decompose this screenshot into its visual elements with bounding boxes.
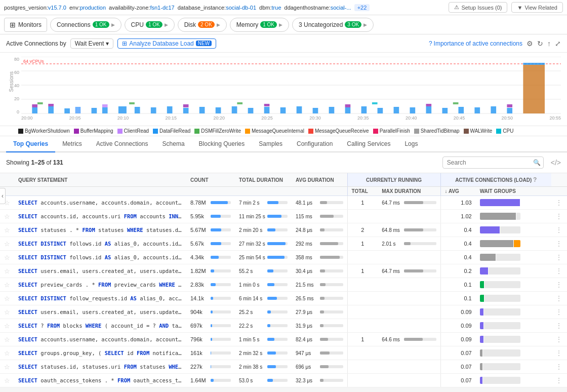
tab-schema[interactable]: Schema: [155, 136, 192, 152]
query-text-cell[interactable]: SELECT ? FROM blocks WHERE ( account_id …: [14, 319, 186, 333]
table-row[interactable]: ☆SELECT preview_cards . * FROM preview_c…: [0, 278, 567, 292]
importance-link[interactable]: ? Importance of active connections: [429, 40, 522, 47]
row-menu-cell[interactable]: ⋮: [551, 196, 567, 210]
row-menu-cell[interactable]: ⋮: [551, 319, 567, 333]
table-row[interactable]: ☆SELECT DISTINCT follow_requests.id AS a…: [0, 292, 567, 305]
row-menu-cell[interactable]: ⋮: [551, 305, 567, 319]
table-row[interactable]: ☆SELECT users.email, users.created_at, u…: [0, 264, 567, 278]
analyze-database-load-button[interactable]: ⊞ Analyze Database Load NEW: [117, 38, 216, 49]
cr-max-duration-cell: [378, 210, 440, 223]
nav-tab-disk[interactable]: Disk 2 OK ▶: [178, 18, 227, 32]
tab-logs[interactable]: Logs: [397, 136, 425, 152]
queries-table-scroll[interactable]: QUERY STATEMENT COUNT TOTAL DURATION AVG…: [0, 173, 567, 387]
star-cell[interactable]: ☆: [0, 319, 14, 333]
col-avg-duration[interactable]: AVG DURATION: [292, 173, 347, 187]
svg-rect-40: [102, 104, 108, 107]
table-row[interactable]: ☆SELECT DISTINCT follows.id AS alias_0, …: [0, 237, 567, 251]
col-total-duration[interactable]: TOTAL DURATION: [235, 173, 292, 187]
search-input[interactable]: [442, 156, 544, 169]
tab-samples[interactable]: Samples: [252, 136, 290, 152]
query-text-cell[interactable]: SELECT users.email, users.created_at, us…: [14, 264, 186, 278]
row-menu-cell[interactable]: ⋮: [551, 292, 567, 305]
star-cell[interactable]: ☆: [0, 374, 14, 387]
col-currently-running-header: CURRENTLY RUNNING: [347, 173, 440, 187]
table-row[interactable]: ☆SELECT statuses.id, statuses.uri FROM s…: [0, 360, 567, 374]
query-text-cell[interactable]: SELECT groups.group_key, ( SELECT id FRO…: [14, 346, 186, 360]
active-connections-help-icon[interactable]: ?: [533, 176, 537, 183]
view-related-button[interactable]: ▼ View Related: [511, 2, 563, 13]
star-cell[interactable]: ☆: [0, 346, 14, 360]
refresh-icon[interactable]: ↻: [537, 40, 543, 48]
query-text-cell[interactable]: SELECT accounts.id, accounts.uri FROM ac…: [14, 210, 186, 223]
tag-postgres-version: postgres_version:v15.7.0: [4, 5, 66, 11]
table-row[interactable]: ☆SELECT accounts.username, accounts.doma…: [0, 333, 567, 346]
row-menu-cell[interactable]: ⋮: [551, 346, 567, 360]
tab-metrics[interactable]: Metrics: [55, 136, 89, 152]
row-menu-cell[interactable]: ⋮: [551, 374, 567, 387]
tab-top-queries[interactable]: Top Queries: [6, 136, 55, 152]
query-text-cell[interactable]: SELECT DISTINCT follows.id AS alias_0, a…: [14, 251, 186, 264]
code-view-icon[interactable]: </>: [551, 159, 561, 167]
table-row[interactable]: ☆SELECT statuses . * FROM statuses WHERE…: [0, 223, 567, 237]
svg-rect-12: [102, 107, 108, 113]
nav-tab-cpu[interactable]: CPU 1 OK ▶: [125, 18, 175, 32]
row-menu-cell[interactable]: ⋮: [551, 223, 567, 237]
row-menu-cell[interactable]: ⋮: [551, 264, 567, 278]
query-text-cell[interactable]: SELECT statuses . * FROM statuses WHERE …: [14, 223, 186, 237]
monitors-button[interactable]: ⊞ Monitors: [4, 18, 47, 32]
query-text-cell[interactable]: SELECT preview_cards . * FROM preview_ca…: [14, 278, 186, 292]
tab-configuration[interactable]: Configuration: [290, 136, 340, 152]
cr-total-cell: 2: [347, 223, 378, 237]
table-row[interactable]: ☆SELECT DISTINCT follows.id AS alias_0, …: [0, 251, 567, 264]
table-row[interactable]: ☆SELECT users.email, users.created_at, u…: [0, 305, 567, 319]
fullscreen-icon[interactable]: ⤢: [555, 40, 561, 48]
row-menu-cell[interactable]: ⋮: [551, 360, 567, 374]
star-cell[interactable]: ☆: [0, 223, 14, 237]
star-cell[interactable]: ☆: [0, 237, 14, 251]
query-text-cell[interactable]: SELECT accounts.username, accounts.domai…: [14, 196, 186, 210]
settings-icon[interactable]: ⚙: [526, 40, 533, 48]
star-cell[interactable]: ☆: [0, 210, 14, 223]
query-text-cell[interactable]: SELECT DISTINCT follow_requests.id AS al…: [14, 292, 186, 305]
query-text-cell[interactable]: SELECT accounts.username, accounts.domai…: [14, 333, 186, 346]
star-cell[interactable]: ☆: [0, 264, 14, 278]
table-row[interactable]: ☆SELECT groups.group_key, ( SELECT id FR…: [0, 346, 567, 360]
star-cell[interactable]: ☆: [0, 292, 14, 305]
star-cell[interactable]: ☆: [0, 333, 14, 346]
star-cell[interactable]: ☆: [0, 251, 14, 264]
tab-active-connections[interactable]: Active Connections: [89, 136, 155, 152]
star-cell[interactable]: ☆: [0, 360, 14, 374]
tab-blocking-queries[interactable]: Blocking Queries: [192, 136, 252, 152]
tab-calling-services[interactable]: Calling Services: [340, 136, 397, 152]
star-cell[interactable]: ☆: [0, 278, 14, 292]
query-text-cell[interactable]: SELECT statuses.id, statuses.uri FROM st…: [14, 360, 186, 374]
row-menu-cell[interactable]: ⋮: [551, 210, 567, 223]
table-row[interactable]: ☆SELECT accounts.id, accounts.uri FROM a…: [0, 210, 567, 223]
nav-tab-uncategorized[interactable]: 3 Uncategorized 3 OK ▶: [292, 18, 374, 32]
x-label-2010: 20:10: [117, 115, 129, 121]
legend-cpu: CPU: [496, 128, 513, 134]
row-menu-cell[interactable]: ⋮: [551, 251, 567, 264]
download-icon[interactable]: ↑: [547, 40, 551, 48]
row-menu-cell[interactable]: ⋮: [551, 333, 567, 346]
table-row[interactable]: ☆SELECT ? FROM blocks WHERE ( account_id…: [0, 319, 567, 333]
table-row[interactable]: ☆SELECT accounts.username, accounts.doma…: [0, 196, 567, 210]
left-collapse-button[interactable]: ‹: [0, 188, 6, 204]
query-text-cell[interactable]: SELECT DISTINCT follows.id AS alias_0, a…: [14, 237, 186, 251]
queries-section: Showing 1–25 of 131 🔍 </> QUERY STATEMEN…: [0, 152, 567, 387]
row-menu-cell[interactable]: ⋮: [551, 278, 567, 292]
nav-tab-memory[interactable]: Memory 1 OK ▶: [230, 18, 289, 32]
row-menu-cell[interactable]: ⋮: [551, 237, 567, 251]
nav-tab-connections[interactable]: Connections 1 OK ▶: [50, 18, 122, 32]
table-row[interactable]: ☆SELECT oauth_access_tokens . * FROM oau…: [0, 374, 567, 387]
group-by-dropdown[interactable]: Wait Event ▾: [70, 38, 114, 49]
query-text-cell[interactable]: SELECT oauth_access_tokens . * FROM oaut…: [14, 374, 186, 387]
query-text-cell[interactable]: SELECT users.email, users.created_at, us…: [14, 305, 186, 319]
col-count[interactable]: COUNT: [186, 173, 235, 187]
cr-max-duration-cell: [378, 305, 440, 319]
avg-load-cell: 0.1: [440, 292, 476, 305]
tag-more-button[interactable]: +22: [354, 4, 370, 11]
setup-issues-button[interactable]: ⚠ Setup Issues (0): [449, 2, 507, 13]
star-cell[interactable]: ☆: [0, 305, 14, 319]
cr-max-duration-cell: [378, 319, 440, 333]
